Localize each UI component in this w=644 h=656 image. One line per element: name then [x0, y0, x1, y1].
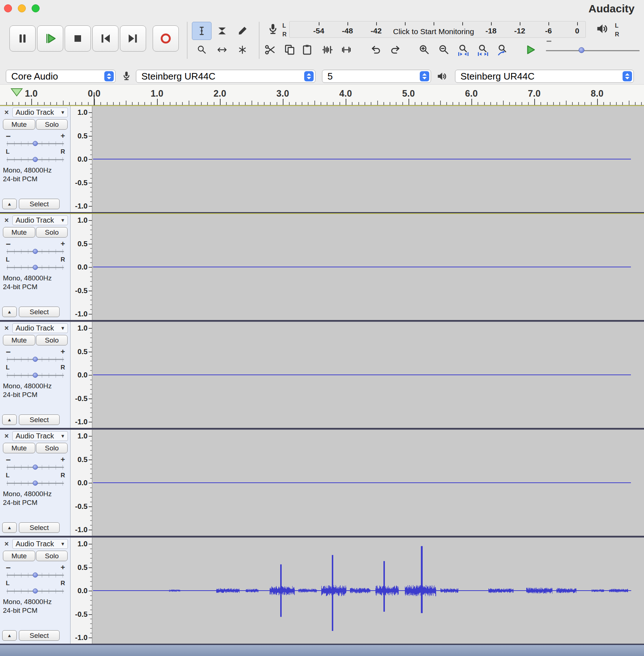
vertical-scale-ruler[interactable]: 1.00.50.0-0.5-1.0: [71, 538, 92, 644]
track-control-panel: × Audio Track ▼ Mute Solo − + L R Mono, …: [0, 106, 71, 212]
scale-label: 0.0: [71, 370, 88, 379]
waveform-area[interactable]: [92, 538, 644, 644]
mute-button[interactable]: Mute: [3, 227, 35, 238]
solo-button[interactable]: Solo: [36, 335, 68, 345]
track-name-menu[interactable]: Audio Track ▼: [12, 108, 68, 117]
close-track-button[interactable]: ×: [2, 108, 11, 117]
pan-slider[interactable]: [7, 375, 64, 376]
collapse-track-button[interactable]: ▲: [2, 630, 17, 641]
close-track-button[interactable]: ×: [2, 324, 11, 332]
track-name-menu[interactable]: Audio Track ▼: [12, 539, 68, 549]
waveform-area[interactable]: [92, 322, 644, 428]
scale-tick: [90, 581, 92, 582]
waveform-area[interactable]: [92, 430, 644, 536]
track-name-menu[interactable]: Audio Track ▼: [12, 431, 68, 441]
close-track-button[interactable]: ×: [2, 216, 11, 224]
select-button[interactable]: Select: [19, 414, 60, 425]
track-control-panel: × Audio Track ▼ Mute Solo − + L R Mono, …: [0, 214, 71, 320]
ruler-tick: [427, 102, 428, 105]
track-name-menu[interactable]: Audio Track ▼: [12, 323, 68, 333]
pan-slider-thumb[interactable]: [33, 157, 38, 162]
pan-slider[interactable]: [7, 267, 64, 268]
collapse-track-button[interactable]: ▲: [2, 522, 17, 533]
scale-tick: [90, 262, 92, 263]
ruler-tick: [308, 102, 309, 105]
mute-button[interactable]: Mute: [3, 443, 35, 453]
close-track-button[interactable]: ×: [2, 432, 11, 440]
ruler-tick: [126, 101, 126, 105]
solo-button[interactable]: Solo: [36, 551, 68, 561]
solo-button[interactable]: Solo: [36, 119, 68, 130]
mute-button[interactable]: Mute: [3, 119, 35, 130]
scale-tick: [90, 412, 92, 413]
solo-button[interactable]: Solo: [36, 227, 68, 238]
gain-plus-label: +: [61, 563, 65, 572]
ruler-tick: [452, 102, 453, 105]
mute-button[interactable]: Mute: [3, 551, 35, 561]
track-format-line2: 24-bit PCM: [3, 283, 37, 291]
scale-tick: [90, 248, 92, 249]
recording-device-select[interactable]: Steinberg UR44C: [136, 70, 315, 83]
horizontal-scrollbar[interactable]: [0, 645, 644, 656]
ruler-tick: [25, 102, 26, 105]
collapse-track-button[interactable]: ▲: [2, 307, 17, 317]
gain-slider-thumb[interactable]: [33, 465, 38, 470]
pan-left-label: L: [6, 364, 9, 371]
select-button[interactable]: Select: [19, 630, 60, 641]
waveform-canvas[interactable]: [92, 538, 643, 644]
gain-slider[interactable]: [7, 251, 64, 252]
recording-channels-select[interactable]: 5: [322, 70, 431, 83]
pan-slider[interactable]: [7, 483, 64, 484]
timeline-label: 7.0: [528, 88, 541, 99]
vertical-scale-ruler[interactable]: 1.00.50.0-0.5-1.0: [71, 214, 92, 320]
scale-tick: [90, 558, 92, 559]
waveform-area[interactable]: [92, 214, 644, 320]
select-button[interactable]: Select: [19, 199, 60, 209]
pan-slider-thumb[interactable]: [33, 481, 38, 486]
audio-host-select[interactable]: Core Audio: [6, 70, 116, 83]
gain-slider-thumb[interactable]: [33, 572, 38, 578]
pan-slider-thumb[interactable]: [33, 588, 38, 594]
gain-slider[interactable]: [7, 467, 64, 468]
scale-tick: [90, 445, 92, 446]
ruler-tick: [522, 102, 522, 105]
select-button[interactable]: Select: [19, 307, 60, 317]
pan-slider-thumb[interactable]: [33, 373, 38, 378]
recording-channels-value: 5: [327, 71, 333, 82]
ruler-tick: [107, 102, 108, 105]
scale-label: 1.0: [71, 432, 88, 440]
gain-slider[interactable]: [7, 575, 64, 576]
timeline-pin-icon[interactable]: [10, 88, 23, 98]
select-button[interactable]: Select: [19, 522, 60, 533]
waveform-area[interactable]: [92, 106, 644, 212]
scale-tick: [90, 455, 92, 455]
collapse-track-button[interactable]: ▲: [2, 199, 17, 209]
scale-tick: [90, 286, 92, 287]
ruler-tick: [245, 102, 246, 105]
playback-device-value: Steinberg UR44C: [460, 71, 535, 82]
track-name-menu[interactable]: Audio Track ▼: [12, 215, 68, 225]
collapse-track-button[interactable]: ▲: [2, 414, 17, 425]
pan-slider[interactable]: [7, 159, 64, 160]
ruler-tick: [572, 102, 573, 105]
solo-button[interactable]: Solo: [36, 443, 68, 453]
ruler-tick: [371, 102, 371, 105]
pan-slider[interactable]: [7, 591, 64, 592]
playback-device-select[interactable]: Steinberg UR44C: [455, 70, 634, 83]
gain-slider[interactable]: [7, 359, 64, 360]
scale-tick: [90, 253, 92, 254]
ruler-tick: [69, 102, 70, 105]
scale-tick: [90, 548, 92, 549]
timeline-ruler[interactable]: 1.00.01.02.03.04.05.06.07.08.0: [0, 84, 644, 105]
vertical-scale-ruler[interactable]: 1.00.50.0-0.5-1.0: [71, 322, 92, 428]
scale-tick: [90, 122, 92, 122]
gain-slider-thumb[interactable]: [33, 357, 38, 362]
gain-slider[interactable]: [7, 143, 64, 144]
gain-slider-thumb[interactable]: [33, 249, 38, 254]
close-track-button[interactable]: ×: [2, 539, 11, 548]
gain-slider-thumb[interactable]: [33, 141, 38, 146]
mute-button[interactable]: Mute: [3, 335, 35, 345]
vertical-scale-ruler[interactable]: 1.00.50.0-0.5-1.0: [71, 106, 92, 212]
pan-slider-thumb[interactable]: [33, 265, 38, 270]
vertical-scale-ruler[interactable]: 1.00.50.0-0.5-1.0: [71, 430, 92, 536]
